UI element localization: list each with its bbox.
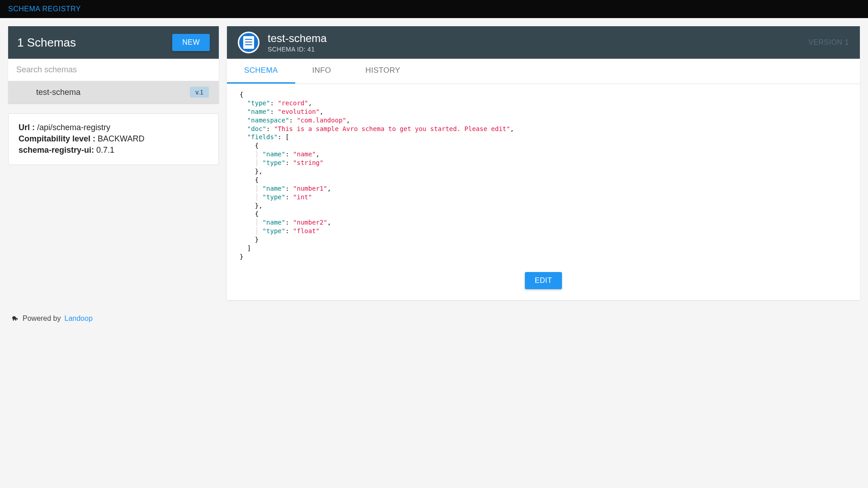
- footer: Powered by Landoop: [0, 308, 868, 329]
- schema-header-text: test-schema SCHEMA ID: 41: [268, 32, 808, 53]
- right-column: test-schema SCHEMA ID: 41 VERSION 1 SCHE…: [227, 26, 860, 300]
- schema-list-item-name: test-schema: [36, 88, 80, 97]
- main-container: 1 Schemas NEW test-schema v.1 Url : /api…: [0, 18, 868, 308]
- info-url-value: /api/schema-registry: [37, 123, 110, 132]
- list-item[interactable]: test-schema v.1: [8, 81, 219, 103]
- footer-landoop-link[interactable]: Landoop: [65, 314, 93, 323]
- registry-info-box: Url : /api/schema-registry Compitability…: [8, 113, 219, 165]
- info-ui-label: schema-registry-ui:: [19, 145, 94, 155]
- search-input[interactable]: [8, 59, 219, 81]
- footer-powered-by: Powered by: [23, 314, 61, 323]
- info-ui-line: schema-registry-ui: 0.7.1: [19, 145, 208, 156]
- info-url-label: Url :: [19, 123, 35, 132]
- schemas-panel-header: 1 Schemas NEW: [8, 26, 219, 59]
- info-url-line: Url : /api/schema-registry: [19, 122, 208, 133]
- edit-row: EDIT: [227, 272, 860, 300]
- tab-history[interactable]: HISTORY: [348, 59, 417, 84]
- schema-version-label: VERSION 1: [808, 38, 849, 47]
- schema-version-badge: v.1: [190, 87, 209, 98]
- app-title[interactable]: SCHEMA REGISTRY: [8, 5, 81, 13]
- info-compat-label: Compitability level :: [19, 134, 95, 143]
- new-schema-button[interactable]: NEW: [172, 34, 210, 51]
- schema-detail-panel: test-schema SCHEMA ID: 41 VERSION 1 SCHE…: [227, 26, 860, 300]
- info-compat-value: BACKWARD: [98, 134, 144, 143]
- schema-code-viewer: { "type": "record", "name": "evolution",…: [227, 84, 860, 272]
- document-icon: [238, 32, 259, 53]
- left-column: 1 Schemas NEW test-schema v.1 Url : /api…: [8, 26, 219, 300]
- info-compat-line: Compitability level : BACKWARD: [19, 133, 208, 145]
- elephant-icon: [11, 314, 19, 323]
- schema-id-label: SCHEMA ID: 41: [268, 46, 808, 53]
- detail-tabs: SCHEMA INFO HISTORY: [227, 59, 860, 84]
- schema-code-pre: { "type": "record", "name": "evolution",…: [240, 90, 847, 261]
- schema-detail-header: test-schema SCHEMA ID: 41 VERSION 1: [227, 26, 860, 59]
- schemas-panel: 1 Schemas NEW test-schema v.1: [8, 26, 219, 103]
- edit-button[interactable]: EDIT: [525, 272, 562, 289]
- schemas-count-title: 1 Schemas: [17, 36, 76, 50]
- search-row: [8, 59, 219, 81]
- tab-info[interactable]: INFO: [295, 59, 349, 84]
- info-ui-value: 0.7.1: [96, 145, 114, 155]
- schema-title: test-schema: [268, 32, 808, 45]
- tab-schema[interactable]: SCHEMA: [227, 59, 295, 84]
- topbar: SCHEMA REGISTRY: [0, 0, 868, 18]
